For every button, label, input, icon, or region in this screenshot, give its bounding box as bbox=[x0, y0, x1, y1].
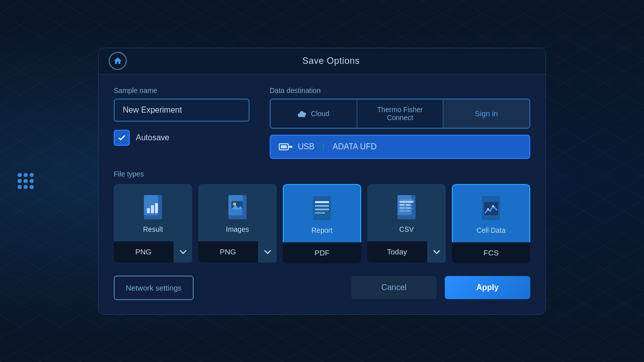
file-types-label: File types bbox=[114, 170, 530, 178]
images-bottom: PNG bbox=[198, 241, 277, 262]
result-bottom: PNG bbox=[114, 241, 192, 262]
csv-card[interactable]: CSV Today bbox=[367, 184, 446, 263]
dots-decoration bbox=[18, 173, 34, 189]
save-options-dialog: Save Options Sample name Autosave bbox=[98, 48, 546, 315]
images-dropdown-btn[interactable] bbox=[258, 241, 277, 262]
svg-rect-5 bbox=[147, 208, 150, 213]
dialog-title: Save Options bbox=[127, 56, 535, 66]
dialog-body: Sample name Autosave Data destination bbox=[99, 74, 545, 314]
result-dropdown-btn[interactable] bbox=[173, 241, 192, 262]
usb-device-name: ADATA UFD bbox=[333, 142, 376, 151]
svg-point-34 bbox=[492, 205, 494, 207]
svg-rect-24 bbox=[399, 210, 405, 212]
result-card-top: Result bbox=[114, 184, 192, 241]
chevron-down-icon bbox=[180, 248, 187, 255]
cancel-button[interactable]: Cancel bbox=[351, 276, 437, 299]
signin-button[interactable]: Sign in bbox=[443, 100, 529, 128]
data-destination-tabs: Cloud Thermo Fisher Connect Sign in bbox=[270, 99, 530, 129]
report-format: PDF bbox=[283, 248, 361, 257]
celldata-card-top: Cell Data bbox=[452, 184, 530, 242]
usb-row[interactable]: USB | ADATA UFD bbox=[270, 135, 530, 159]
cloud-tab[interactable]: Cloud bbox=[271, 100, 357, 128]
report-card-top: Report bbox=[283, 184, 361, 242]
images-card-top: Images bbox=[198, 184, 277, 241]
signin-label: Sign in bbox=[475, 109, 498, 118]
celldata-bottom: FCS bbox=[452, 242, 530, 263]
images-label: Images bbox=[226, 225, 249, 233]
right-column: Data destination Cloud Thermo Fisher Con… bbox=[270, 86, 530, 159]
csv-icon bbox=[395, 194, 418, 220]
autosave-label: Autosave bbox=[136, 133, 170, 142]
apply-button[interactable]: Apply bbox=[445, 276, 530, 299]
autosave-row: Autosave bbox=[114, 130, 250, 146]
csv-dropdown-btn[interactable] bbox=[427, 241, 446, 262]
chevron-down-icon bbox=[264, 248, 271, 255]
sample-name-label: Sample name bbox=[114, 86, 250, 95]
celldata-label: Cell Data bbox=[476, 226, 506, 234]
usb-icon-group bbox=[279, 142, 293, 152]
images-icon bbox=[226, 194, 249, 220]
file-types-grid: Result PNG bbox=[114, 184, 530, 263]
checkmark-icon bbox=[117, 133, 126, 142]
result-card[interactable]: Result PNG bbox=[114, 184, 192, 263]
usb-label: USB bbox=[298, 142, 314, 151]
celldata-format: FCS bbox=[452, 248, 530, 257]
chevron-down-icon bbox=[433, 248, 440, 255]
usb-icon bbox=[279, 142, 293, 152]
result-icon bbox=[142, 194, 164, 220]
svg-rect-7 bbox=[155, 203, 158, 213]
celldata-icon bbox=[480, 195, 502, 221]
left-column: Sample name Autosave bbox=[114, 86, 250, 159]
svg-point-33 bbox=[487, 208, 489, 210]
home-button[interactable] bbox=[109, 52, 127, 70]
result-label: Result bbox=[143, 225, 163, 233]
usb-separator: | bbox=[323, 142, 325, 151]
report-icon bbox=[311, 195, 333, 221]
svg-rect-6 bbox=[151, 205, 154, 213]
bottom-actions: Network settings Cancel Apply bbox=[114, 276, 530, 300]
report-bottom: PDF bbox=[283, 242, 361, 263]
svg-rect-15 bbox=[315, 209, 329, 210]
csv-bottom: Today bbox=[367, 241, 446, 262]
home-icon bbox=[113, 56, 122, 65]
sample-name-input[interactable] bbox=[114, 99, 250, 122]
file-types-section: File types Result bbox=[114, 170, 530, 263]
network-settings-button[interactable]: Network settings bbox=[114, 276, 194, 300]
svg-rect-2 bbox=[288, 146, 292, 148]
svg-rect-25 bbox=[406, 210, 411, 212]
svg-rect-1 bbox=[281, 145, 287, 148]
autosave-checkbox[interactable] bbox=[114, 130, 130, 146]
svg-rect-13 bbox=[315, 201, 329, 203]
csv-format: Today bbox=[367, 247, 427, 256]
cloud-tab-label: Cloud bbox=[311, 110, 330, 118]
dialog-header: Save Options bbox=[99, 48, 545, 74]
cloud-icon bbox=[298, 110, 307, 117]
svg-rect-12 bbox=[313, 196, 331, 220]
data-destination-label: Data destination bbox=[270, 86, 530, 95]
result-format: PNG bbox=[114, 247, 173, 256]
report-label: Report bbox=[311, 226, 333, 234]
top-section: Sample name Autosave Data destination bbox=[114, 86, 530, 159]
report-card[interactable]: Report PDF bbox=[283, 184, 361, 263]
thermo-tab-label: Thermo Fisher Connect bbox=[365, 106, 435, 122]
csv-card-top: CSV bbox=[367, 184, 446, 241]
images-card[interactable]: Images PNG bbox=[198, 184, 277, 263]
svg-rect-14 bbox=[315, 205, 329, 207]
images-format: PNG bbox=[198, 247, 258, 256]
svg-rect-16 bbox=[315, 212, 325, 214]
thermo-tab[interactable]: Thermo Fisher Connect bbox=[357, 100, 443, 128]
csv-label: CSV bbox=[399, 225, 414, 233]
celldata-card[interactable]: Cell Data FCS bbox=[452, 184, 530, 263]
